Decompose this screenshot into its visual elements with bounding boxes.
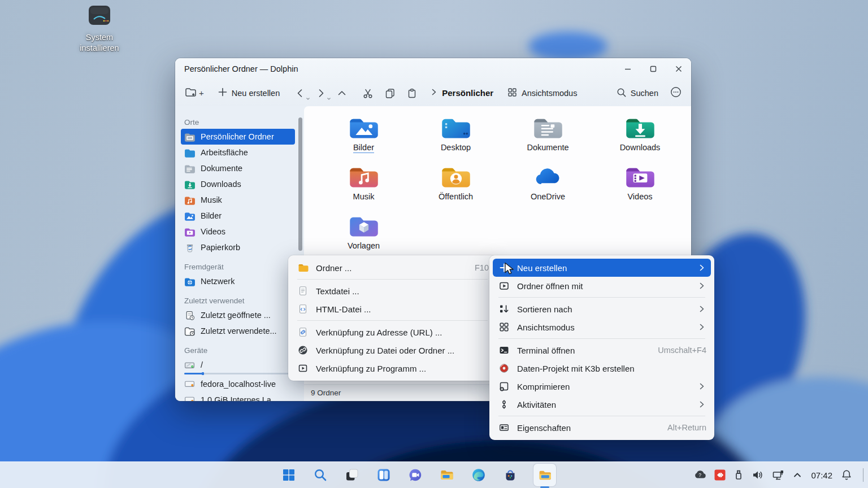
- taskbar-chat-button[interactable]: [407, 467, 424, 483]
- mini-home-icon: [184, 132, 196, 142]
- menu-item-eigenschaften[interactable]: EigenschaftenAlt+Return: [493, 419, 711, 437]
- folder-item-onedrive[interactable]: OneDrive: [502, 163, 594, 212]
- taskbar-edge-button[interactable]: [470, 467, 487, 483]
- folder-item-desktop[interactable]: Desktop: [410, 114, 502, 163]
- menu-item-label: Terminal öffnen: [517, 346, 640, 355]
- menu-item-k3b-projekt[interactable]: Daten-Projekt mit K3b erstellen: [493, 359, 711, 377]
- menu-item-ansichtsmodus[interactable]: Ansichtsmodus: [493, 318, 711, 336]
- sidebar-item-root[interactable]: /: [181, 357, 295, 373]
- menu-item-verknuepfung-programm[interactable]: Verknüpfung zu Programm ...: [292, 359, 493, 377]
- submenu-arrow-icon: [697, 382, 706, 391]
- folder-item-bilder[interactable]: Bilder: [318, 114, 410, 163]
- tray-volume-icon[interactable]: [751, 469, 765, 481]
- folder-item-oeffentlich[interactable]: Öffentlich: [410, 163, 502, 212]
- menu-item-komprimieren[interactable]: Komprimieren: [493, 377, 711, 395]
- taskbar-search-button[interactable]: [312, 467, 329, 483]
- menu-item-neu-erstellen[interactable]: Neu erstellen: [493, 259, 711, 277]
- sidebar-item-bilder[interactable]: Bilder: [181, 208, 295, 224]
- notification-bell-icon[interactable]: [840, 469, 853, 481]
- menu-item-sortieren-nach[interactable]: Sortieren nach: [493, 300, 711, 318]
- paste-button[interactable]: [406, 88, 418, 99]
- breadcrumb[interactable]: Persönlicher: [430, 88, 493, 98]
- tray-network-icon[interactable]: [771, 469, 785, 481]
- sidebar-item-dokumente[interactable]: Dokumente: [181, 160, 295, 176]
- menu-sort-icon: [498, 303, 510, 315]
- menu-item-label: Verknüpfung zu Datei oder Ordner ...: [316, 346, 489, 355]
- sidebar-item-zuletzt-geoeffnete[interactable]: Zuletzt geöffnete ...: [181, 307, 295, 323]
- menu-item-aktivitaeten[interactable]: Aktivitäten: [493, 395, 711, 413]
- menu-item-label: Sortieren nach: [517, 304, 687, 314]
- sidebar-item-downloads[interactable]: Downloads: [181, 176, 295, 192]
- tray-red-diamond-icon[interactable]: [714, 469, 726, 481]
- sidebar-item-label: Netzwerk: [201, 277, 235, 286]
- menu-item-ordner[interactable]: Ordner ...F10: [292, 259, 493, 277]
- overflow-menu-button[interactable]: [670, 86, 682, 100]
- close-button[interactable]: [666, 58, 691, 80]
- menu-item-verknuepfung-datei[interactable]: Verknüpfung zu Datei oder Ordner ...: [292, 341, 493, 359]
- taskbar-task-view-button[interactable]: [344, 467, 361, 483]
- viewmode-button[interactable]: Ansichtsmodus: [507, 87, 577, 99]
- sidebar-scrollbar[interactable]: [298, 117, 302, 251]
- submenu-arrow-icon: [697, 323, 706, 332]
- sidebar-item-videos[interactable]: Videos: [181, 224, 295, 239]
- menu-item-terminal-oeffnen[interactable]: Terminal öffnenUmschalt+F4: [493, 341, 711, 359]
- clock[interactable]: 07:42: [811, 470, 832, 480]
- submenu-arrow-icon: [697, 281, 706, 290]
- taskbar-discover-button[interactable]: [502, 467, 519, 483]
- forward-history-caret-icon[interactable]: [327, 97, 331, 101]
- menu-item-textdatei[interactable]: Textdatei ...: [292, 282, 493, 300]
- menu-link-file-icon: [297, 345, 309, 356]
- taskbar-file-explorer-button[interactable]: [439, 467, 455, 483]
- forward-button[interactable]: [315, 88, 327, 99]
- menu-item-verknuepfung-url[interactable]: Verknüpfung zu Adresse (URL) ...: [292, 323, 493, 341]
- back-button[interactable]: [294, 88, 306, 99]
- tray-usb-icon[interactable]: [733, 469, 744, 481]
- menu-item-shortcut: Umschalt+F4: [658, 346, 706, 355]
- sidebar-item-persoenlicher-ordner[interactable]: Persönlicher Ordner: [181, 129, 295, 145]
- tray-cloud-icon[interactable]: ?: [693, 469, 707, 481]
- menu-compress-icon: [498, 381, 510, 392]
- menu-item-ordner-oeffnen-mit[interactable]: Ordner öffnen mit: [493, 277, 711, 295]
- mini-drive-root-icon: [184, 360, 196, 370]
- menu-item-label: Verknüpfung zu Adresse (URL) ...: [316, 328, 489, 337]
- maximize-button[interactable]: [640, 58, 666, 80]
- submenu-arrow-icon: [697, 400, 706, 409]
- menu-separator: [297, 279, 488, 280]
- up-button[interactable]: [336, 88, 348, 99]
- minimize-button[interactable]: [615, 58, 640, 80]
- folder-music-icon: [349, 164, 379, 190]
- folder-item-downloads[interactable]: Downloads: [594, 114, 686, 163]
- mini-documents-icon: [184, 164, 196, 173]
- neu-erstellen-button[interactable]: Neu erstellen: [218, 87, 280, 99]
- sidebar-item-arbeitsflaeche[interactable]: Arbeitsfläche: [181, 145, 295, 160]
- taskbar-start-button[interactable]: [280, 467, 297, 483]
- menu-item-label: Eigenschaften: [517, 423, 650, 433]
- menu-item-label: Aktivitäten: [517, 400, 687, 409]
- desktop-icon-system-installieren[interactable]: System installieren: [70, 5, 129, 54]
- folder-item-vorlagen[interactable]: Vorlagen: [318, 212, 410, 262]
- back-history-caret-icon[interactable]: [306, 97, 310, 101]
- new-tab-button[interactable]: +: [184, 86, 204, 100]
- sidebar-item-zuletzt-verwendete[interactable]: Zuletzt verwendete...: [181, 323, 295, 339]
- sidebar-item-label: Zuletzt verwendete...: [201, 326, 277, 336]
- sidebar-item-papierkorb[interactable]: Papierkorb: [181, 239, 295, 255]
- folder-item-musik[interactable]: Musik: [318, 163, 410, 212]
- folder-item-videos[interactable]: Videos: [594, 163, 686, 212]
- tray-chevron-up-icon[interactable]: [792, 469, 803, 481]
- menu-item-html-datei[interactable]: HTML-Datei ...: [292, 300, 493, 318]
- show-desktop-divider[interactable]: [863, 468, 863, 482]
- sidebar-item-internes-laufwerk[interactable]: 1.0 GiB Internes La...: [181, 392, 295, 402]
- search-button[interactable]: Suchen: [616, 87, 658, 99]
- copy-button[interactable]: [384, 88, 396, 99]
- sidebar-item-fedora-localhost-live[interactable]: fedora_localhost-live: [181, 376, 295, 392]
- sidebar-item-musik[interactable]: Musik: [181, 192, 295, 208]
- sidebar-item-netzwerk[interactable]: Netzwerk: [181, 273, 295, 289]
- taskbar-widgets-button[interactable]: [375, 467, 392, 483]
- taskbar-dolphin-button[interactable]: [533, 464, 556, 486]
- sidebar-section-label: Orte: [184, 118, 304, 127]
- breadcrumb-item-persoenlicher[interactable]: Persönlicher: [442, 88, 493, 98]
- sidebar-item-label: Dokumente: [201, 164, 242, 173]
- folder-item-dokumente[interactable]: Dokumente: [502, 114, 594, 163]
- titlebar[interactable]: Persönlicher Ordner — Dolphin: [175, 58, 691, 80]
- cut-button[interactable]: [362, 88, 374, 99]
